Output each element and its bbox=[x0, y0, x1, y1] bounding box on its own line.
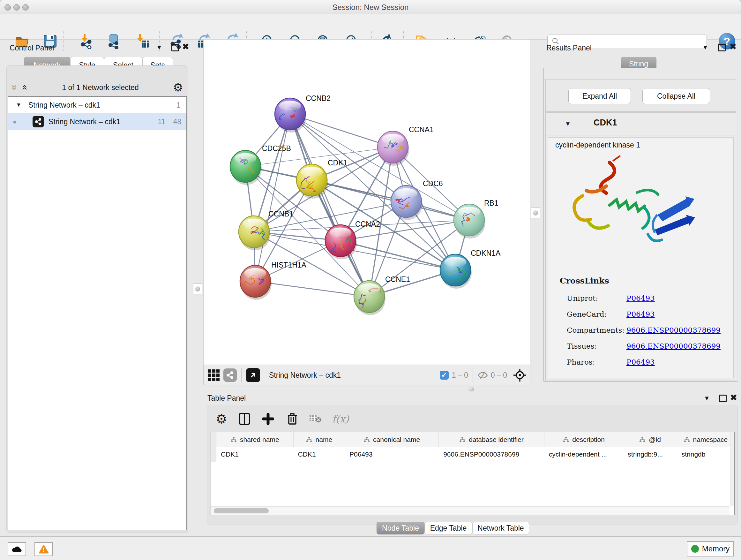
panel-float-icon[interactable] bbox=[718, 44, 726, 51]
column-type-icon bbox=[562, 436, 569, 443]
table-horizontal-scrollbar[interactable] bbox=[211, 506, 730, 515]
fit-selected-crosshair-icon[interactable] bbox=[513, 368, 527, 382]
column-label: @id bbox=[649, 436, 661, 443]
network-row-selected[interactable]: ● String Network – cdk1 11 48 bbox=[8, 113, 186, 130]
hidden-counts: 0 – 0 bbox=[491, 371, 507, 380]
network-node-CDK1[interactable] bbox=[296, 164, 328, 199]
cell-description[interactable]: cyclin-dependent ... bbox=[544, 447, 623, 462]
network-node-CDC25B[interactable] bbox=[230, 150, 262, 185]
netbar-separator bbox=[473, 368, 473, 382]
column-header-id[interactable]: @id bbox=[623, 432, 677, 447]
cell-id[interactable]: stringdb:9... bbox=[623, 447, 677, 462]
panel-menu-icon[interactable]: ▼ bbox=[156, 44, 162, 51]
network-node-HIST1H1A[interactable] bbox=[240, 265, 272, 300]
open-in-window-icon[interactable] bbox=[246, 368, 260, 382]
panel-menu-icon[interactable]: ▼ bbox=[702, 44, 709, 51]
panel-menu-icon[interactable]: ▼ bbox=[704, 395, 710, 402]
expand-all-button[interactable]: Expand All bbox=[568, 88, 631, 104]
pharos-link[interactable]: P06493 bbox=[626, 354, 721, 370]
function-builder-icon[interactable]: f(x) bbox=[329, 410, 352, 428]
collection-expander-icon[interactable]: ▼ bbox=[16, 102, 21, 108]
tissues-link[interactable]: 9606.ENSP00000378699 bbox=[626, 338, 721, 354]
show-columns-icon[interactable] bbox=[238, 410, 252, 428]
protein-expander-icon[interactable]: ▼ bbox=[565, 120, 571, 127]
node-label-RB1: RB1 bbox=[484, 199, 498, 207]
memory-label: Memory bbox=[702, 544, 730, 553]
selected-checkbox-icon[interactable]: ✓ bbox=[440, 371, 449, 380]
network-tree: ▼ String Network – cdk1 1 ● String Netwo… bbox=[8, 96, 187, 530]
node-label-HIST1H1A: HIST1H1A bbox=[271, 261, 307, 269]
left-splitter-handle[interactable] bbox=[193, 284, 202, 294]
delete-column-trash-icon[interactable] bbox=[285, 410, 299, 428]
crosslinks-title: CrossLinks bbox=[560, 276, 609, 286]
expand-all-networks-icon[interactable]: « bbox=[20, 85, 30, 90]
cell-name[interactable]: CDK1 bbox=[293, 447, 345, 462]
network-canvas[interactable]: CCNB2CCNA1CDC25BCDK1CDC6RB1CCNB1CCNA2CDK… bbox=[203, 39, 530, 365]
column-header-canonical-name[interactable]: canonical name bbox=[345, 432, 439, 447]
network-options-gear-icon[interactable]: ⚙ bbox=[173, 82, 183, 93]
cell-canonical-name[interactable]: P06493 bbox=[345, 447, 439, 462]
column-type-icon bbox=[639, 436, 646, 443]
column-header-description[interactable]: description bbox=[544, 432, 623, 447]
panel-float-icon[interactable] bbox=[719, 395, 727, 402]
string-network-icon bbox=[32, 116, 44, 127]
cloud-button[interactable] bbox=[8, 542, 26, 556]
cell-namespace[interactable]: stringdb bbox=[677, 447, 734, 462]
add-column-icon[interactable] bbox=[261, 410, 275, 428]
column-header-namespace[interactable]: namespace bbox=[677, 432, 734, 447]
table-settings-gear-icon[interactable]: ⚙ bbox=[214, 410, 228, 428]
panel-close-icon[interactable]: ✖ bbox=[182, 42, 189, 52]
crosslink-label: Tissues: bbox=[567, 338, 624, 354]
crosslink-label: Pharos: bbox=[567, 354, 624, 370]
network-node-CDKN1A[interactable] bbox=[440, 254, 472, 289]
table-panel-title: Table Panel bbox=[207, 394, 246, 402]
column-header-shared-name[interactable]: shared name bbox=[216, 432, 293, 447]
network-collection-row[interactable]: ▼ String Network – cdk1 1 bbox=[8, 97, 186, 113]
panel-float-icon[interactable] bbox=[172, 44, 179, 51]
cell-shared-name[interactable]: CDK1 bbox=[216, 447, 293, 462]
memory-button[interactable]: Memory bbox=[687, 541, 734, 557]
netbar-separator bbox=[241, 368, 242, 382]
column-header-database-identifier[interactable]: database identifier bbox=[439, 432, 544, 447]
network-node-CCNA2[interactable] bbox=[325, 225, 357, 259]
node-label-CDKN1A: CDKN1A bbox=[471, 249, 501, 257]
genecard-link[interactable]: P06493 bbox=[626, 306, 721, 322]
right-splitter-handle[interactable] bbox=[531, 207, 540, 219]
grid-view-icon[interactable] bbox=[208, 369, 219, 381]
network-edge-CCNB2-CCNE1[interactable] bbox=[290, 114, 369, 297]
network-node-CCNA1[interactable] bbox=[378, 131, 409, 166]
network-edge-HIST1H1A-CCNE1[interactable] bbox=[255, 281, 369, 297]
table-header-row: shared name name canonical name database… bbox=[211, 432, 734, 447]
column-header-name[interactable]: name bbox=[293, 432, 345, 447]
network-node-CCNE1[interactable] bbox=[354, 281, 386, 315]
control-panel: Control Panel ▼ ✖ Network Style Select S… bbox=[4, 39, 190, 537]
panel-close-icon[interactable]: ✖ bbox=[730, 393, 737, 402]
network-graph[interactable]: CCNB2CCNA1CDC25BCDK1CDC6RB1CCNB1CCNA2CDK… bbox=[204, 40, 530, 365]
warnings-button[interactable] bbox=[35, 542, 53, 556]
collapse-all-button[interactable]: Collapse All bbox=[643, 88, 710, 104]
network-edge-CDK1-RB1[interactable] bbox=[312, 180, 469, 220]
protein-description: cyclin-dependent kinase 1 bbox=[555, 141, 640, 149]
collapse-all-networks-icon[interactable]: » bbox=[10, 85, 19, 90]
panel-close-icon[interactable]: ✖ bbox=[730, 42, 737, 52]
scrollbar-thumb[interactable] bbox=[214, 508, 269, 513]
results-panel-title: Results Panel bbox=[546, 44, 592, 52]
network-node-RB1[interactable] bbox=[454, 204, 485, 239]
compartments-link[interactable]: 9606.ENSP00000378699 bbox=[626, 322, 721, 338]
tab-node-table[interactable]: Node Table bbox=[377, 522, 424, 535]
network-share-icon[interactable] bbox=[223, 368, 237, 382]
tab-edge-table[interactable]: Edge Table bbox=[424, 522, 472, 535]
network-node-CDC6[interactable] bbox=[391, 186, 422, 220]
warning-icon bbox=[39, 545, 49, 554]
cell-database-identifier[interactable]: 9606.ENSP00000378699 bbox=[439, 447, 544, 462]
tab-network-table[interactable]: Network Table bbox=[472, 522, 529, 535]
column-label: shared name bbox=[240, 436, 279, 443]
network-name: String Network – cdk1 bbox=[49, 118, 120, 126]
app-window: Session: New Session bbox=[0, 0, 741, 560]
network-node-CCNB1[interactable] bbox=[239, 216, 270, 250]
table-row[interactable]: CDK1 CDK1 P06493 9606.ENSP00000378699 cy… bbox=[211, 447, 734, 462]
delete-table-icon[interactable] bbox=[308, 410, 322, 428]
table-vertical-scrollbar[interactable] bbox=[730, 432, 734, 506]
network-node-CCNB2[interactable] bbox=[275, 98, 307, 132]
uniprot-link[interactable]: P06493 bbox=[626, 290, 721, 306]
